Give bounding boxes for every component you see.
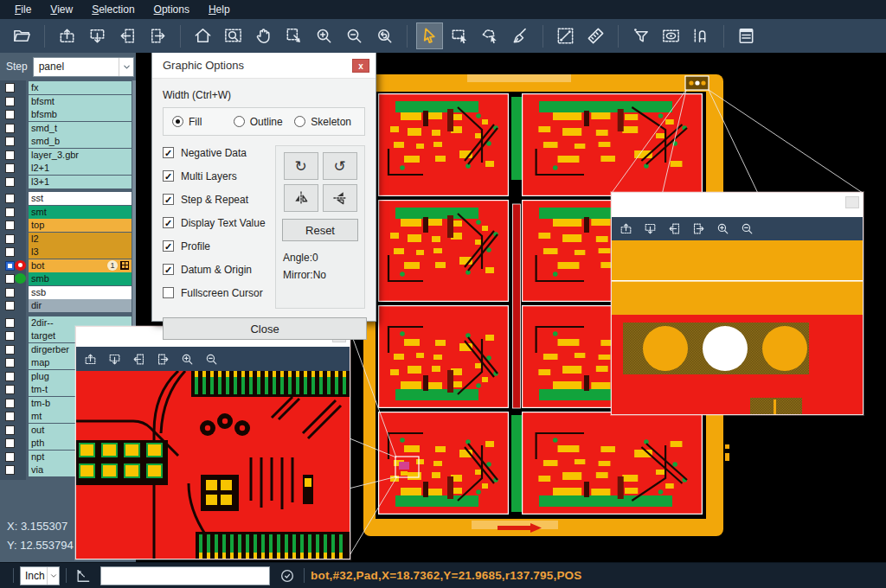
layer-name[interactable]: top — [29, 219, 132, 232]
layer-visibility-checkbox[interactable] — [5, 358, 15, 368]
checkbox-fullscreen-cursor[interactable]: Fullscreen Cursor — [163, 285, 275, 300]
layer-visibility-checkbox[interactable] — [5, 425, 15, 435]
ruler-button[interactable] — [582, 22, 609, 49]
checkbox-datum-origin[interactable]: ✓Datum & Origin — [163, 262, 275, 277]
layer-visibility-checkbox[interactable] — [5, 274, 15, 284]
layer-row[interactable]: ssb — [0, 286, 132, 300]
checkbox-display-text-value[interactable]: ✓Display Text Value — [163, 215, 275, 230]
layer-visibility-checkbox[interactable] — [5, 465, 15, 475]
layer-visibility-checkbox[interactable] — [5, 220, 15, 230]
radio-skeleton[interactable]: Skeleton — [294, 116, 356, 128]
layer-name[interactable]: layer_3.gbr — [29, 149, 132, 162]
layer-name[interactable]: smd_t — [29, 122, 132, 135]
layer-row[interactable]: smt — [0, 206, 132, 220]
pan-left-button[interactable] — [114, 22, 141, 49]
pan-down-button[interactable] — [84, 22, 111, 49]
step-select[interactable]: panel — [33, 57, 134, 77]
left-magnifier-window[interactable] — [75, 326, 350, 559]
checkbox-step-repeat[interactable]: ✓Step & Repeat — [163, 192, 275, 207]
right-magnifier-content[interactable] — [612, 240, 863, 414]
layer-visibility-checkbox[interactable] — [5, 97, 15, 106]
layer-name[interactable]: bfsmt — [29, 95, 132, 108]
layer-visibility-checkbox[interactable] — [5, 137, 15, 146]
layer-visibility-checkbox[interactable] — [5, 150, 15, 160]
layer-name[interactable]: sst — [29, 192, 132, 205]
pan-left-button[interactable] — [667, 221, 682, 236]
layer-name[interactable]: bot1 — [29, 259, 132, 272]
layer-row[interactable]: l3+1 — [0, 176, 132, 189]
home-view-button[interactable] — [189, 22, 216, 49]
layer-row[interactable]: l3 — [0, 246, 132, 259]
poly-select-button[interactable] — [477, 22, 504, 49]
rotate-ccw-button[interactable]: ↺ — [323, 152, 357, 180]
layer-visibility-checkbox[interactable] — [5, 452, 15, 462]
layer-visibility-checkbox[interactable] — [5, 110, 15, 119]
unit-select[interactable]: Inch — [20, 566, 60, 585]
pan-right-button[interactable] — [691, 221, 706, 236]
graphic-options-dialog[interactable]: Graphic Options x Width (Ctrl+W) FillOut… — [151, 52, 376, 322]
layer-visibility-checkbox[interactable] — [5, 83, 15, 93]
layer-row[interactable]: bfsmt — [0, 95, 132, 109]
close-button[interactable]: Close — [163, 317, 367, 340]
flip-vertical-button[interactable] — [323, 184, 357, 212]
measure-distance-button[interactable] — [552, 22, 579, 49]
pan-hand-button[interactable] — [250, 22, 277, 49]
pan-up-button[interactable] — [83, 352, 98, 367]
pan-right-button[interactable] — [156, 352, 170, 367]
layer-visibility-checkbox[interactable] — [5, 288, 15, 297]
layer-visibility-checkbox[interactable] — [5, 247, 15, 257]
checkbox-profile[interactable]: ✓Profile — [163, 239, 275, 253]
layer-row[interactable]: sst — [0, 192, 132, 206]
layer-visibility-checkbox[interactable] — [5, 124, 15, 133]
layer-row[interactable]: bfsmb — [0, 108, 132, 122]
layer-visibility-checkbox[interactable] — [5, 194, 15, 203]
right-magnifier-window[interactable] — [611, 192, 864, 415]
zoom-area-button[interactable] — [220, 22, 247, 49]
apply-command-icon[interactable] — [279, 567, 296, 585]
filter-button[interactable] — [627, 22, 654, 49]
rotate-cw-button[interactable]: ↻ — [284, 152, 318, 180]
pan-down-button[interactable] — [107, 352, 122, 367]
dialog-close-icon[interactable]: x — [352, 59, 369, 73]
pan-down-button[interactable] — [643, 221, 658, 236]
layer-visibility-checkbox[interactable] — [5, 438, 15, 448]
layer-visibility-checkbox[interactable] — [5, 318, 15, 328]
layer-visibility-checkbox[interactable] — [5, 345, 15, 355]
layer-visibility-checkbox[interactable] — [5, 177, 15, 187]
pan-up-button[interactable] — [54, 22, 80, 49]
layer-row[interactable]: l2 — [0, 233, 132, 246]
layer-name[interactable]: l3+1 — [29, 176, 132, 189]
layer-name[interactable]: l3 — [29, 246, 132, 259]
layer-name[interactable]: dir — [29, 299, 132, 312]
layer-name[interactable]: smd_b — [29, 135, 132, 148]
layer-row[interactable]: top — [0, 219, 132, 233]
checkbox-negative-data[interactable]: ✓Negative Data — [163, 145, 275, 160]
reset-button[interactable]: Reset — [282, 219, 358, 241]
view-box-button[interactable] — [658, 22, 684, 49]
menu-options[interactable]: Options — [144, 0, 199, 19]
zoom-out-button[interactable] — [204, 352, 219, 367]
layer-visibility-checkbox[interactable] — [5, 301, 15, 310]
zoom-in-button[interactable] — [716, 221, 730, 236]
layer-visibility-checkbox[interactable] — [5, 385, 15, 394]
layer-row[interactable]: smd_t — [0, 122, 132, 136]
left-magnifier-content[interactable] — [76, 371, 350, 559]
corner-angle-icon[interactable] — [74, 567, 92, 585]
radio-outline[interactable]: Outline — [234, 116, 295, 128]
command-input[interactable] — [100, 566, 270, 585]
zoom-out-button[interactable] — [341, 22, 368, 49]
flip-horizontal-button[interactable] — [284, 184, 318, 212]
layer-name[interactable]: fx — [29, 81, 132, 94]
pan-up-button[interactable] — [619, 221, 633, 236]
clean-brush-button[interactable] — [507, 22, 534, 49]
zoom-previous-button[interactable] — [371, 22, 398, 49]
popup-minimize-button[interactable] — [845, 196, 859, 208]
rect-select-button[interactable] — [446, 22, 473, 49]
layer-visibility-checkbox[interactable] — [5, 234, 15, 244]
layer-row[interactable]: smd_b — [0, 135, 132, 149]
layer-row[interactable]: l2+1 — [0, 162, 132, 176]
layer-visibility-checkbox[interactable] — [5, 331, 15, 341]
layer-visibility-checkbox[interactable] — [5, 208, 15, 217]
open-file-button[interactable] — [9, 22, 35, 49]
menu-selection[interactable]: Selection — [82, 0, 144, 19]
